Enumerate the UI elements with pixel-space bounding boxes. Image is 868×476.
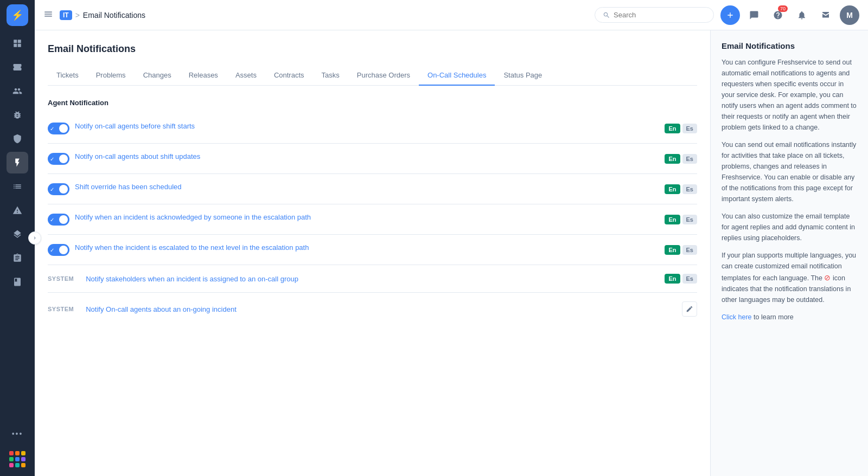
- lang-en-badge-1[interactable]: En: [665, 124, 680, 133]
- tab-on-call-schedules[interactable]: On-Call Schedules: [419, 66, 495, 86]
- right-panel: Email Notifications You can configure Fr…: [711, 30, 868, 476]
- lang-en-badge-2[interactable]: En: [665, 154, 680, 164]
- search-bar[interactable]: [595, 7, 714, 23]
- toggle-area-4: Notify when an incident is acknowledged …: [48, 213, 658, 226]
- toggle-5[interactable]: [48, 244, 69, 256]
- bell-icon[interactable]: [792, 5, 812, 25]
- system-row-1: SYSTEM Notify stakeholders when an incid…: [48, 265, 697, 293]
- it-badge[interactable]: IT: [60, 10, 72, 20]
- system-badges-1: En Es: [665, 274, 697, 284]
- click-here-link[interactable]: Click here: [722, 313, 752, 321]
- notif-badges-2: En Es: [665, 154, 697, 164]
- shield-icon[interactable]: [7, 128, 28, 150]
- main-wrapper: IT > Email Notifications 70: [35, 0, 868, 476]
- right-panel-para-2: You can send out email notifications ins…: [722, 139, 857, 204]
- lang-en-badge-5[interactable]: En: [665, 245, 680, 255]
- tab-tasks[interactable]: Tasks: [313, 66, 348, 86]
- system-text-1[interactable]: Notify stakeholders when an incident is …: [86, 275, 658, 283]
- lang-es-badge-4[interactable]: Es: [682, 215, 697, 224]
- tab-releases[interactable]: Releases: [180, 66, 227, 86]
- layers-icon[interactable]: [7, 223, 28, 245]
- system-label-1: SYSTEM: [48, 275, 74, 282]
- breadcrumb-current: Email Notifications: [83, 11, 145, 20]
- collapse-sidebar-button[interactable]: [28, 231, 41, 245]
- store-icon[interactable]: [816, 5, 835, 25]
- notif-text-4[interactable]: Notify when an incident is acknowledged …: [75, 213, 658, 221]
- right-panel-learn-more: Click here to learn more: [722, 312, 857, 323]
- book-icon[interactable]: [7, 271, 28, 293]
- toggle-4[interactable]: [48, 214, 69, 226]
- system-badges-2: [682, 301, 697, 317]
- dashboard-icon[interactable]: [7, 33, 28, 54]
- lang-en-badge-4[interactable]: En: [665, 215, 680, 224]
- notif-badges-4: En Es: [665, 215, 697, 224]
- menu-icon[interactable]: [43, 9, 53, 21]
- page-title: Email Notifications: [48, 43, 697, 55]
- lang-en-badge-s1[interactable]: En: [665, 274, 680, 284]
- notif-text-2[interactable]: Notify on-call agents about shift update…: [75, 152, 658, 160]
- notif-row-3: Shift override has been scheduled En Es: [48, 174, 697, 204]
- sidebar-bottom: •••: [5, 423, 30, 472]
- warning-icon: ⊘: [824, 273, 831, 282]
- notif-text-3[interactable]: Shift override has been scheduled: [75, 183, 658, 191]
- notif-text-5[interactable]: Notify when the incident is escalated to…: [75, 243, 658, 252]
- toggle-area-3: Shift override has been scheduled: [48, 183, 658, 195]
- search-input[interactable]: [614, 11, 700, 19]
- edit-button-s2[interactable]: [682, 301, 697, 317]
- apps-grid[interactable]: [5, 447, 30, 472]
- tab-tickets[interactable]: Tickets: [48, 66, 87, 86]
- chat-icon[interactable]: [744, 5, 764, 25]
- tab-status-page[interactable]: Status Page: [495, 66, 551, 86]
- toggle-1[interactable]: [48, 123, 69, 134]
- list-icon[interactable]: [7, 176, 28, 197]
- toggle-area-1: Notify on-call agents before shift start…: [48, 122, 658, 134]
- tabs: Tickets Problems Changes Releases Assets…: [48, 66, 697, 86]
- lang-es-badge-5[interactable]: Es: [682, 245, 697, 255]
- lang-es-badge-1[interactable]: Es: [682, 124, 697, 133]
- lang-en-badge-3[interactable]: En: [665, 184, 680, 194]
- add-button[interactable]: [720, 5, 740, 25]
- help-badge: 70: [778, 5, 788, 12]
- lang-es-badge-s1[interactable]: Es: [682, 274, 697, 284]
- tab-contracts[interactable]: Contracts: [265, 66, 313, 86]
- notif-row-1: Notify on-call agents before shift start…: [48, 113, 697, 144]
- alert-icon[interactable]: [7, 200, 28, 221]
- notif-row-4: Notify when an incident is acknowledged …: [48, 204, 697, 235]
- system-label-2: SYSTEM: [48, 306, 74, 312]
- notif-text-1[interactable]: Notify on-call agents before shift start…: [75, 122, 658, 130]
- search-icon: [603, 11, 610, 19]
- tab-purchase-orders[interactable]: Purchase Orders: [348, 66, 419, 86]
- toggle-2[interactable]: [48, 153, 69, 165]
- lang-es-badge-2[interactable]: Es: [682, 154, 697, 164]
- sidebar: ⚡ •••: [0, 0, 35, 476]
- tab-changes[interactable]: Changes: [135, 66, 180, 86]
- notif-badges-1: En Es: [665, 124, 697, 133]
- avatar[interactable]: M: [840, 5, 859, 25]
- notif-badges-5: En Es: [665, 245, 697, 255]
- lang-es-badge-3[interactable]: Es: [682, 184, 697, 194]
- notif-row-2: Notify on-call agents about shift update…: [48, 144, 697, 174]
- bug-icon[interactable]: [7, 104, 28, 126]
- toggle-3[interactable]: [48, 183, 69, 195]
- topbar: IT > Email Notifications 70: [35, 0, 868, 30]
- clipboard-icon[interactable]: [7, 247, 28, 269]
- content-area: Email Notifications Tickets Problems Cha…: [35, 30, 868, 476]
- tab-assets[interactable]: Assets: [227, 66, 265, 86]
- right-panel-para-4: If your plan supports multiple languages…: [722, 250, 857, 305]
- bolt-icon[interactable]: [7, 152, 28, 173]
- toggle-area-2: Notify on-call agents about shift update…: [48, 152, 658, 165]
- notif-row-5: Notify when the incident is escalated to…: [48, 235, 697, 265]
- agent-notification-title: Agent Notification: [48, 99, 697, 107]
- breadcrumb: IT > Email Notifications: [60, 10, 145, 20]
- help-icon[interactable]: 70: [768, 5, 788, 25]
- system-row-2: SYSTEM Notify On-call agents about an on…: [48, 293, 697, 325]
- right-panel-para-1: You can configure Freshservice to send o…: [722, 57, 857, 133]
- sidebar-logo[interactable]: ⚡: [7, 4, 28, 26]
- more-dots-icon[interactable]: •••: [7, 423, 28, 445]
- right-panel-para-3: You can also customize the email templat…: [722, 211, 857, 243]
- system-text-2[interactable]: Notify On-call agents about an on-going …: [86, 305, 675, 313]
- tickets-icon[interactable]: [7, 56, 28, 78]
- tab-problems[interactable]: Problems: [87, 66, 135, 86]
- agents-icon[interactable]: [7, 80, 28, 102]
- topbar-actions: 70 M: [720, 5, 859, 25]
